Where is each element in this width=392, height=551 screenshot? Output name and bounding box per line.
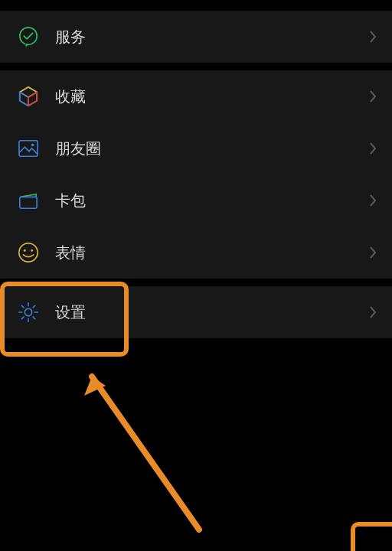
chevron-right-icon xyxy=(369,246,377,259)
chevron-right-icon xyxy=(369,194,377,207)
cube-icon xyxy=(15,83,41,109)
group-settings: 设置 xyxy=(0,286,392,338)
spacer xyxy=(0,279,392,286)
svg-point-2 xyxy=(31,144,34,147)
menu-item-cards[interactable]: 卡包 xyxy=(0,174,392,227)
svg-point-7 xyxy=(24,308,31,315)
svg-point-5 xyxy=(24,249,26,252)
menu-label: 收藏 xyxy=(55,86,369,107)
wallet-icon xyxy=(15,187,41,214)
menu-label: 服务 xyxy=(55,27,369,47)
svg-line-8 xyxy=(92,377,199,530)
annotation-arrow-icon xyxy=(69,361,222,545)
menu-item-stickers[interactable]: 表情 xyxy=(0,227,392,279)
spacer xyxy=(0,63,392,70)
gear-icon xyxy=(15,299,41,325)
chat-check-icon xyxy=(15,24,41,50)
menu-label: 卡包 xyxy=(55,191,369,211)
menu-item-moments[interactable]: 朋友圈 xyxy=(0,122,392,174)
annotation-highlight-box xyxy=(351,522,392,551)
svg-point-4 xyxy=(19,243,38,262)
svg-point-6 xyxy=(31,249,33,252)
menu-item-settings[interactable]: 设置 xyxy=(0,286,392,338)
spacer xyxy=(0,0,392,11)
svg-point-0 xyxy=(20,28,38,45)
chevron-right-icon xyxy=(369,142,377,155)
group-main: 收藏 朋友圈 xyxy=(0,70,392,279)
menu-label: 表情 xyxy=(55,243,369,263)
chevron-right-icon xyxy=(369,90,377,103)
svg-rect-1 xyxy=(19,141,38,156)
chevron-right-icon xyxy=(369,305,377,319)
menu-item-favorites[interactable]: 收藏 xyxy=(0,70,392,122)
picture-icon xyxy=(15,135,41,161)
chevron-right-icon xyxy=(369,30,377,44)
group-services: 服务 xyxy=(0,11,392,63)
menu-label: 朋友圈 xyxy=(55,139,369,159)
svg-rect-3 xyxy=(20,197,37,208)
menu-label: 设置 xyxy=(55,302,369,323)
smile-icon xyxy=(15,240,41,266)
menu-item-services[interactable]: 服务 xyxy=(0,11,392,63)
